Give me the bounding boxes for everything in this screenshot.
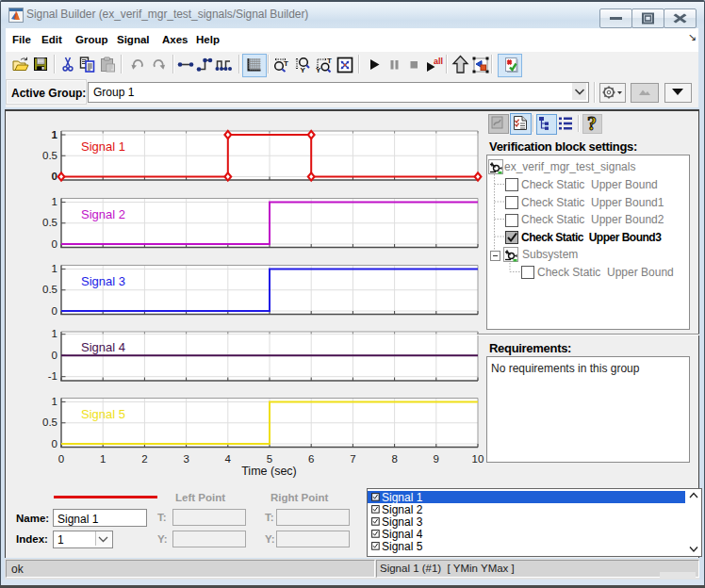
svg-text:all: all bbox=[434, 57, 443, 66]
svg-text:?: ? bbox=[587, 113, 597, 134]
svg-text:Y: Y bbox=[316, 66, 321, 74]
svg-text:T: T bbox=[284, 59, 288, 68]
svg-text:Y: Y bbox=[301, 66, 306, 74]
